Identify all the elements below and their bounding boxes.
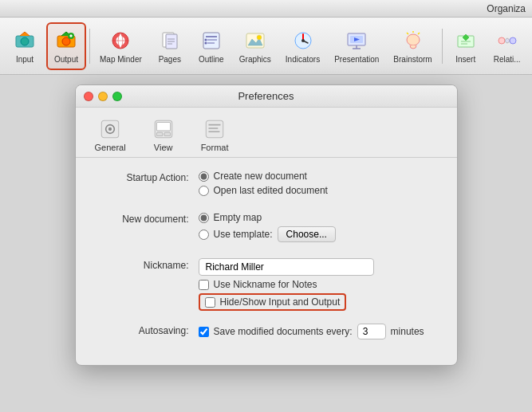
toolbar-item-output-label: Output: [54, 55, 78, 64]
svg-point-1: [21, 37, 29, 45]
new-doc-option-template: Use template: Choose...: [199, 226, 336, 242]
tab-general-label: General: [95, 143, 126, 152]
toolbar-item-presentation[interactable]: Presentation: [328, 22, 385, 70]
startup-radio-create[interactable]: [199, 171, 209, 182]
svg-line-29: [418, 33, 420, 34]
svg-point-22: [301, 39, 305, 42]
toolbar-item-graphics-label: Graphics: [239, 55, 271, 64]
toolbar-item-graphics[interactable]: Graphics: [233, 22, 278, 70]
dialog-content: Startup Action: Create new document Open…: [76, 158, 457, 365]
outline-icon: [199, 28, 224, 53]
dialog-title: Preferences: [238, 90, 294, 102]
toolbar-item-outline[interactable]: Outline: [191, 22, 231, 70]
map-minder-icon: [108, 28, 133, 53]
toolbar-item-pages[interactable]: Pages: [150, 22, 190, 70]
view-icon: [152, 117, 175, 141]
graphics-icon: [242, 28, 268, 53]
svg-rect-40: [156, 122, 170, 131]
pages-icon: [157, 28, 183, 53]
title-bar: Organiza: [0, 0, 532, 18]
nickname-row: Nickname: Use Nickname for Notes Hide/Sh…: [95, 258, 438, 311]
startup-action-row: Startup Action: Create new document Open…: [95, 171, 438, 196]
choose-template-button[interactable]: Choose...: [278, 226, 336, 242]
format-icon: [203, 117, 227, 141]
tab-format-label: Format: [201, 143, 229, 152]
hide-show-checkbox[interactable]: [205, 297, 215, 308]
dialog-tab-bar: General View For: [76, 108, 457, 158]
close-button[interactable]: [84, 92, 93, 101]
tab-view[interactable]: View: [145, 114, 182, 157]
nickname-controls: Use Nickname for Notes Hide/Show Input a…: [199, 258, 374, 311]
toolbar-item-insert-label: Insert: [455, 55, 475, 64]
svg-rect-41: [156, 132, 163, 135]
input-icon: [12, 28, 37, 53]
autosave-checkbox[interactable]: [199, 327, 209, 337]
new-doc-template-label: Use template:: [214, 229, 273, 240]
tab-format[interactable]: Format: [195, 114, 235, 157]
svg-rect-43: [206, 120, 223, 137]
toolbar-item-indicators[interactable]: Indicators: [279, 22, 326, 70]
toolbar-item-input[interactable]: Input: [5, 22, 45, 70]
startup-action-controls: Create new document Open last edited doc…: [199, 171, 328, 196]
svg-point-17: [204, 39, 207, 41]
svg-point-20: [257, 35, 262, 40]
minimize-button[interactable]: [98, 92, 108, 101]
new-doc-empty-label: Empty map: [214, 212, 262, 223]
toolbar-item-relations[interactable]: Relati...: [487, 22, 527, 70]
new-doc-radio-template[interactable]: [199, 230, 209, 240]
new-document-row: New document: Empty map Use template: Ch…: [95, 212, 438, 242]
new-document-controls: Empty map Use template: Choose...: [199, 212, 336, 242]
svg-point-35: [510, 37, 516, 44]
maximize-button[interactable]: [112, 92, 122, 101]
toolbar-item-presentation-label: Presentation: [334, 55, 379, 64]
svg-point-3: [62, 37, 70, 45]
startup-open-label: Open last edited document: [214, 185, 328, 196]
autosaving-row: Autosaving: Save modified documents ever…: [95, 324, 438, 339]
svg-line-30: [407, 33, 408, 34]
autosave-checkbox-label: Save modified documents every:: [214, 326, 353, 337]
nickname-input[interactable]: [199, 258, 374, 276]
startup-action-label: Startup Action:: [95, 171, 199, 183]
toolbar-item-outline-label: Outline: [199, 55, 224, 64]
autosave-minutes-label: minutes: [391, 326, 424, 337]
insert-icon: [453, 28, 479, 53]
separator-1: [89, 29, 90, 64]
presentation-icon: [344, 28, 369, 53]
startup-option-open: Open last edited document: [199, 185, 328, 196]
dialog-titlebar: Preferences: [76, 85, 457, 108]
toolbar-item-brainstorm-label: Brainstorm: [393, 55, 432, 64]
autosaving-label: Autosaving:: [95, 324, 199, 336]
startup-create-label: Create new document: [214, 171, 307, 182]
autosave-content-row: Save modified documents every: minutes: [199, 324, 424, 339]
new-document-label: New document:: [95, 212, 199, 225]
hide-show-row: Hide/Show Input and Output: [199, 293, 374, 311]
tab-view-label: View: [154, 143, 173, 152]
new-doc-radio-empty[interactable]: [199, 213, 209, 223]
svg-point-38: [108, 128, 112, 131]
toolbar-item-brainstorm[interactable]: Brainstorm: [387, 22, 438, 70]
autosaving-controls: Save modified documents every: minutes: [199, 324, 424, 339]
output-icon: [53, 28, 79, 53]
svg-point-34: [499, 37, 505, 44]
use-nickname-row: Use Nickname for Notes: [199, 279, 374, 290]
hide-show-highlight: Hide/Show Input and Output: [199, 293, 347, 311]
toolbar-item-input-label: Input: [16, 55, 33, 64]
general-icon: [98, 117, 122, 141]
autosave-minutes-input[interactable]: [357, 324, 386, 339]
svg-rect-19: [246, 33, 264, 48]
indicators-icon: [290, 28, 316, 53]
toolbar-item-output[interactable]: Output: [46, 22, 86, 70]
toolbar-item-relations-label: Relati...: [494, 55, 521, 64]
use-nickname-label: Use Nickname for Notes: [214, 279, 317, 290]
separator-2: [442, 29, 443, 64]
startup-radio-open[interactable]: [199, 186, 209, 196]
nickname-label: Nickname:: [95, 258, 199, 271]
tab-general[interactable]: General: [89, 114, 132, 157]
use-nickname-checkbox[interactable]: [199, 280, 209, 290]
toolbar-item-insert[interactable]: Insert: [446, 22, 486, 70]
svg-rect-42: [164, 132, 171, 135]
toolbar-item-map-minder[interactable]: Map Minder: [93, 22, 148, 70]
new-doc-option-empty: Empty map: [199, 212, 336, 223]
startup-option-create: Create new document: [199, 171, 328, 182]
preferences-dialog: Preferences General Vi: [75, 84, 458, 366]
